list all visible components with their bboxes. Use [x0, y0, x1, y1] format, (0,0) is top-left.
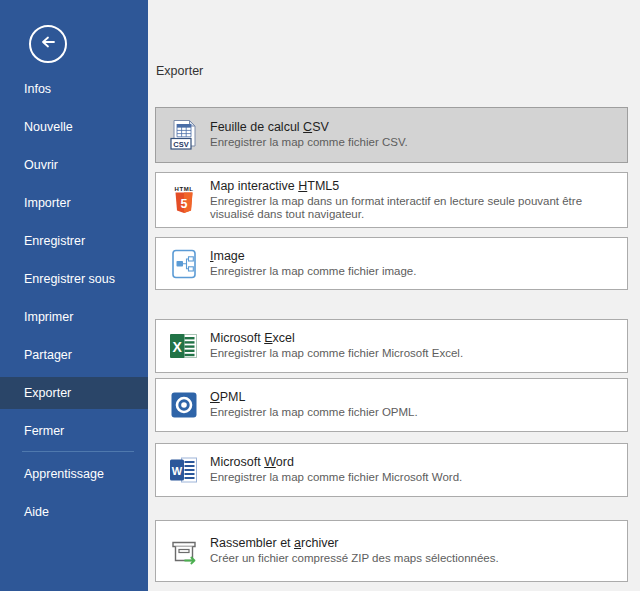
title-accelerator: E [264, 331, 272, 345]
title-suffix: PML [220, 390, 246, 404]
export-option-word[interactable]: W Microsoft Word Enregistrer la map comm… [155, 443, 628, 497]
export-option-opml[interactable]: OPML Enregistrer la map comme fichier OP… [155, 378, 628, 432]
title-suffix: SV [312, 120, 329, 134]
sidebar-item-exporter[interactable]: Exporter [0, 377, 148, 409]
sidebar-item-partager[interactable]: Partager [0, 336, 148, 374]
export-option-archive[interactable]: Rassembler et archiver Créer un fichier … [155, 520, 628, 582]
archive-box-icon [168, 535, 200, 567]
export-option-description: Créer un fichier compressé ZIP des maps … [210, 552, 617, 566]
title-accelerator: W [264, 455, 276, 469]
title-suffix: ord [276, 455, 294, 469]
title-accelerator: a [294, 536, 301, 550]
export-option-description: Enregistrer la map comme fichier Microso… [210, 347, 617, 361]
sidebar-item-enregistrer-sous[interactable]: Enregistrer sous [0, 260, 148, 298]
back-arrow-icon [38, 32, 58, 56]
export-option-description: Enregistrer la map comme fichier CSV. [210, 136, 617, 150]
title-suffix: mage [213, 249, 244, 263]
export-option-description: Enregistrer la map dans un format intera… [210, 195, 617, 222]
export-option-description: Enregistrer la map comme fichier image. [210, 265, 617, 279]
export-option-description: Enregistrer la map comme fichier OPML. [210, 406, 617, 420]
title-accelerator: C [303, 120, 312, 134]
title-prefix: Microsoft [210, 331, 264, 345]
export-option-title: OPML [210, 390, 617, 404]
sidebar-item-imprimer[interactable]: Imprimer [0, 298, 148, 336]
backstage-sidebar: Infos Nouvelle Ouvrir Importer Enregistr… [0, 0, 148, 591]
svg-text:HTML: HTML [174, 186, 193, 192]
title-suffix: xcel [273, 331, 295, 345]
export-option-image[interactable]: Image Enregistrer la map comme fichier i… [155, 237, 628, 290]
sidebar-item-ouvrir[interactable]: Ouvrir [0, 146, 148, 184]
sidebar-item-aide[interactable]: Aide [0, 493, 148, 531]
sidebar-item-importer[interactable]: Importer [0, 184, 148, 222]
sidebar-separator [22, 451, 134, 452]
sidebar-item-fermer[interactable]: Fermer [0, 412, 148, 450]
svg-text:5: 5 [181, 197, 188, 211]
export-option-title: Rassembler et archiver [210, 536, 617, 550]
export-option-title: Microsoft Word [210, 455, 617, 469]
opml-bullseye-icon [168, 389, 200, 421]
sidebar-menu: Infos Nouvelle Ouvrir Importer Enregistr… [0, 70, 148, 531]
excel-icon: X [168, 330, 200, 362]
export-option-title: Microsoft Excel [210, 331, 617, 345]
image-document-icon [168, 248, 200, 280]
csv-spreadsheet-icon: CSV [168, 119, 200, 151]
export-option-title: Feuille de calcul CSV [210, 120, 617, 134]
sidebar-item-nouvelle[interactable]: Nouvelle [0, 108, 148, 146]
export-option-csv[interactable]: CSV Feuille de calcul CSV Enregistrer la… [155, 107, 628, 163]
title-accelerator: O [210, 390, 220, 404]
page-title: Exporter [156, 64, 203, 78]
export-option-title: Image [210, 249, 617, 263]
export-option-description: Enregistrer la map comme fichier Microso… [210, 471, 617, 485]
sidebar-item-enregistrer[interactable]: Enregistrer [0, 222, 148, 260]
svg-text:X: X [173, 339, 183, 355]
sidebar-item-apprentissage[interactable]: Apprentissage [0, 455, 148, 493]
backstage-view: Infos Nouvelle Ouvrir Importer Enregistr… [0, 0, 640, 591]
svg-text:W: W [172, 465, 183, 477]
svg-text:CSV: CSV [173, 140, 188, 149]
sidebar-item-infos[interactable]: Infos [0, 70, 148, 108]
title-prefix: Microsoft [210, 455, 264, 469]
title-accelerator: H [298, 179, 307, 193]
title-prefix: Map interactive [210, 179, 298, 193]
word-icon: W [168, 454, 200, 486]
title-prefix: Feuille de calcul [210, 120, 303, 134]
html5-shield-icon: HTML 5 [168, 184, 200, 216]
title-suffix: TML5 [307, 179, 339, 193]
export-option-excel[interactable]: X Microsoft Excel Enregistrer la map com… [155, 319, 628, 373]
export-panel: Exporter CSV Feuille de calcul CSV Enreg… [148, 0, 640, 591]
back-button[interactable] [29, 25, 67, 63]
title-suffix: rchiver [301, 536, 339, 550]
export-option-html5[interactable]: HTML 5 Map interactive HTML5 Enregistrer… [155, 172, 628, 228]
export-option-title: Map interactive HTML5 [210, 179, 617, 193]
title-prefix: Rassembler et [210, 536, 294, 550]
